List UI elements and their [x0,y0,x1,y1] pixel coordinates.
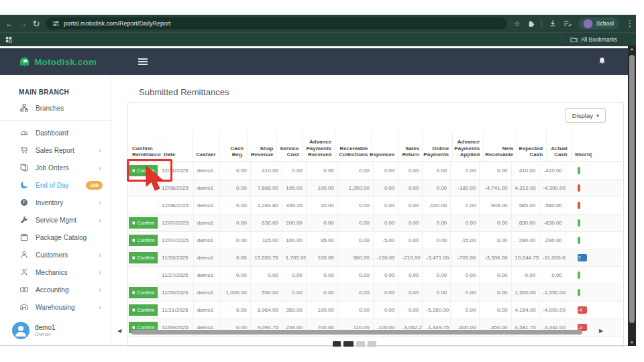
notifications-bell-icon[interactable] [598,56,606,68]
column-header: Expected Cash [517,131,546,162]
branch-label: MAIN BRANCH [19,88,69,96]
table-cell: 15,550.75 [250,249,282,266]
sidebar-item-mechanics[interactable]: Mechanics› [0,263,111,281]
scroll-right-icon[interactable]: ▶ [599,328,603,334]
table-cell: 0.00 [219,267,250,284]
wrench-icon [20,216,28,224]
table-cell: demo1 [193,249,220,266]
forward-icon[interactable]: → [16,19,30,29]
page-vertical-scrollbar[interactable]: ▲ ▼ [628,46,636,346]
viewport-bottom-edge [0,345,636,346]
sidebar-item-job-orders[interactable]: Job Orders› [0,159,111,176]
check-circle-icon [132,255,136,261]
warehouse-icon [20,303,28,311]
table-cell: demo1 [193,302,220,318]
table-cell: 0.00 [373,284,398,301]
table-cell: 11/27/2025 [158,267,193,284]
mechanic-icon [20,268,28,276]
pagination-page[interactable] [368,341,376,347]
scroll-up-icon[interactable]: ▲ [628,47,636,51]
sidebar-item-customers[interactable]: Customers› [0,246,111,263]
sidebar-item-sales-report[interactable]: Sales Report› [0,141,111,159]
sidebar-item-label: Dashboard [36,129,68,137]
status-badge [578,237,580,244]
browser-profile-chip[interactable]: School [578,17,619,29]
table-cell: 0.00 [337,284,373,301]
table-cell: -949.00 [479,197,511,214]
browser-menu-icon[interactable]: ⋮ [626,19,634,28]
table-cell: -4,741.00 [479,180,511,196]
table-cell: 11/21/2025 [158,302,193,318]
back-icon[interactable]: ← [3,19,16,29]
sidebar-item-service-mgmt[interactable]: Service Mgmt› [0,211,111,229]
chevron-right-icon: › [99,304,101,310]
sidebar-user[interactable]: demo1 Owner [12,322,56,339]
scroll-down-icon[interactable]: ▼ [628,341,636,345]
short-over-cell [566,267,622,284]
table-cell: 0.00 [450,284,479,301]
table-cell: 0.00 [373,215,398,231]
scrollbar-thumb[interactable] [629,55,635,323]
sidebar-toggle-icon[interactable] [138,58,148,65]
table-cell: demo1 [193,215,220,231]
sidebar-item-branches[interactable]: Branches [0,99,111,117]
table-cell: 0.00 [398,180,422,196]
pagination-page[interactable] [356,341,365,347]
sidebar-item-accounting[interactable]: Accounting› [0,281,111,298]
table-cell: 0.00 [479,302,511,318]
table-cell: 0.00 [219,180,250,196]
bookmarks-divider: │ [559,36,563,43]
address-bar[interactable]: portal.motodisk.com/Report/DailyReport [46,17,507,29]
column-header: Shop Revenue [247,131,276,162]
table-cell: 0.00 [422,162,450,179]
sidebar-item-package-catalog[interactable]: Package Catalog [0,229,111,246]
person-icon [20,251,28,259]
bookmarks-bar: │ All Bookmarks [0,32,636,46]
table-cell: -410.00 [539,162,566,179]
reading-list-icon[interactable] [564,19,572,27]
table-cell: 0.00 [219,249,250,266]
column-header: Service Cost [276,131,302,162]
tab-groups-icon[interactable] [5,36,12,43]
confirm-button[interactable]: Confirm [129,252,158,263]
confirm-button[interactable]: Confirm [129,304,158,316]
sidebar-item-end-of-day[interactable]: End of Day109 [0,176,111,194]
folder-icon [570,36,578,43]
pagination-page[interactable] [333,341,341,347]
extensions-icon[interactable] [527,20,535,27]
table-cell: 0.00 [337,197,373,214]
sidebar-item-warehousing[interactable]: Warehousing› [0,298,111,316]
table-header-row: Confirm RemittanceDateCashierCash Beg.Sh… [129,131,622,162]
table-cell: 100.00 [282,232,306,249]
table-cell: 0.00 [450,267,479,284]
remittances-table: Confirm RemittanceDateCashierCash Beg.Sh… [129,131,622,337]
tune-icon [52,20,60,27]
check-circle-icon [132,168,136,174]
caret-down-icon: ▾ [596,113,599,119]
all-bookmarks-button[interactable]: │ All Bookmarks [559,36,617,43]
sidebar-item-dashboard[interactable]: Dashboard [0,124,111,141]
pagination-page[interactable] [343,341,354,347]
confirm-button[interactable]: Confirm [129,217,158,229]
confirm-button[interactable]: Confirm [129,165,158,176]
confirm-button[interactable]: Confirm [129,235,158,246]
scroll-left-icon[interactable]: ◀ [117,328,121,334]
display-button[interactable]: Display ▾ [566,108,606,123]
short-over-cell [566,284,622,301]
refresh-icon[interactable]: ↻ [30,19,43,29]
page-title: Submitted Remittances [139,87,229,97]
table-cell: 1,250.00 [337,180,373,196]
table-cell: -5.00 [373,232,398,249]
column-header: Expenses [371,131,398,162]
sidebar-item-inventory[interactable]: PInventory› [0,194,111,211]
copy-icon [20,164,28,172]
download-icon[interactable] [549,19,557,27]
bookmark-star-icon[interactable]: ☆ [514,19,521,28]
table-cell: 12/07/2025 [158,232,193,249]
table-cell: 0.00 [398,162,422,179]
table-cell: 0.00 [479,232,511,249]
table-cell: 0.00 [422,284,450,301]
table-horizontal-scrollbar[interactable] [131,330,582,335]
helmet-icon [19,56,30,68]
confirm-button[interactable]: Confirm [129,287,158,298]
